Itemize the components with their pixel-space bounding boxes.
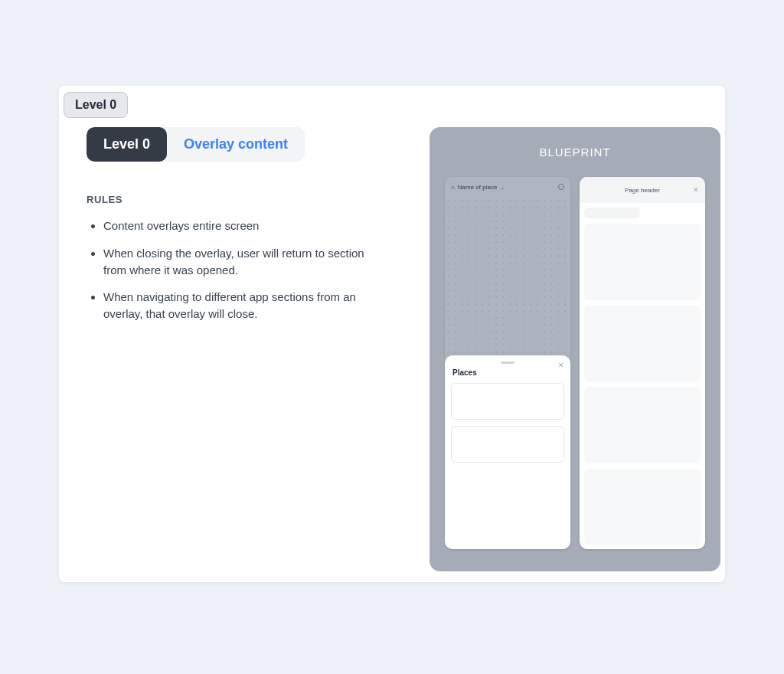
rule-item: When closing the overlay, user will retu… (103, 245, 379, 279)
page-background: Level 0 Level 0 Overlay content RULES Co… (0, 0, 784, 674)
drawer-handle[interactable] (501, 362, 514, 364)
drawer-list-item (451, 383, 564, 420)
drawer-title: Places (451, 368, 564, 377)
drawer-list-item (451, 426, 564, 463)
device-a-header-label: Name of place (458, 184, 498, 191)
device-b-header-label: Page header (625, 187, 660, 194)
placeholder-block (584, 387, 701, 463)
close-icon[interactable]: ✕ (693, 186, 699, 194)
device-a-header: ⌂ Name of place ⌄ (445, 177, 570, 197)
main-card: Level 0 Level 0 Overlay content RULES Co… (59, 86, 725, 582)
blueprint-devices: ⌂ Name of place ⌄ ✕ Places (445, 177, 705, 549)
columns: Level 0 Overlay content RULES Content ov… (64, 127, 720, 571)
device-fullpage-overlay: Page header ✕ (580, 177, 705, 549)
blueprint-title: BLUEPRINT (445, 146, 705, 159)
device-map-with-drawer: ⌂ Name of place ⌄ ✕ Places (445, 177, 570, 549)
right-column: BLUEPRINT ⌂ Name of place ⌄ (430, 127, 720, 571)
tab-level-0[interactable]: Level 0 (87, 127, 167, 162)
tab-overlay-content[interactable]: Overlay content (167, 127, 305, 162)
chevron-down-icon: ⌄ (500, 184, 505, 191)
placeholder-block (584, 469, 701, 545)
device-b-header: Page header ✕ (580, 177, 705, 203)
rules-list: Content overlays entire screen When clos… (87, 218, 408, 322)
home-icon: ⌂ (451, 184, 455, 191)
placeholder-block (584, 224, 701, 300)
close-icon[interactable]: ✕ (558, 362, 564, 369)
level-badge: Level 0 (64, 92, 128, 118)
tab-group: Level 0 Overlay content (87, 127, 305, 162)
rule-item: When navigating to different app section… (103, 289, 379, 322)
blueprint-panel: BLUEPRINT ⌂ Name of place ⌄ (430, 127, 720, 571)
rules-heading: RULES (87, 194, 408, 205)
placeholder-pill (584, 208, 640, 218)
rule-item: Content overlays entire screen (103, 218, 379, 234)
device-b-body (580, 203, 705, 549)
person-icon (558, 184, 564, 190)
left-column: Level 0 Overlay content RULES Content ov… (64, 127, 408, 571)
placeholder-block (584, 306, 701, 382)
drawer-overlay: ✕ Places (445, 355, 570, 549)
